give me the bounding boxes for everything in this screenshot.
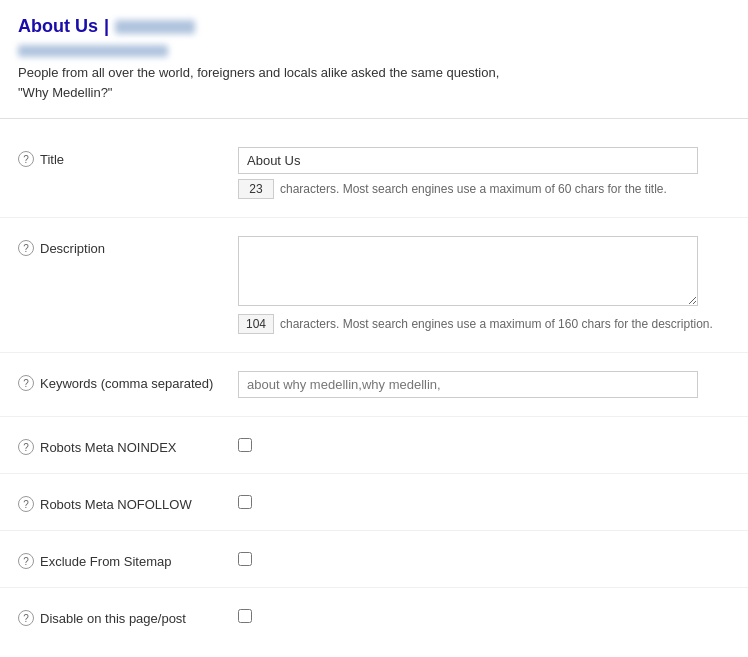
- disable-row: ? Disable on this page/post: [0, 588, 748, 644]
- description-label-col: ? Description: [18, 236, 238, 256]
- title-label: Title: [40, 152, 64, 167]
- preview-section: About Us | People from all over the worl…: [0, 0, 748, 119]
- description-row: ? Description 104 characters. Most searc…: [0, 218, 748, 353]
- keywords-help-icon[interactable]: ?: [18, 375, 34, 391]
- disable-help-icon[interactable]: ?: [18, 610, 34, 626]
- noindex-checkbox[interactable]: [238, 438, 252, 452]
- title-char-count-row: 23 characters. Most search engines use a…: [238, 179, 730, 199]
- keywords-label-col: ? Keywords (comma separated): [18, 371, 238, 391]
- noindex-label: Robots Meta NOINDEX: [40, 440, 177, 455]
- description-char-count: 104: [238, 314, 274, 334]
- noindex-input-col: [238, 435, 730, 455]
- title-input[interactable]: [238, 147, 698, 174]
- title-help-icon[interactable]: ?: [18, 151, 34, 167]
- disable-checkbox[interactable]: [238, 609, 252, 623]
- preview-separator: |: [104, 16, 109, 37]
- keywords-input-col: [238, 371, 730, 398]
- description-help-icon[interactable]: ?: [18, 240, 34, 256]
- noindex-label-col: ? Robots Meta NOINDEX: [18, 435, 238, 455]
- keywords-label: Keywords (comma separated): [40, 376, 213, 391]
- title-char-count: 23: [238, 179, 274, 199]
- disable-input-col: [238, 606, 730, 626]
- exclude-sitemap-label: Exclude From Sitemap: [40, 554, 172, 569]
- nofollow-help-icon[interactable]: ?: [18, 496, 34, 512]
- exclude-sitemap-row: ? Exclude From Sitemap: [0, 531, 748, 588]
- form-section: ? Title 23 characters. Most search engin…: [0, 119, 748, 654]
- title-input-col: 23 characters. Most search engines use a…: [238, 147, 730, 199]
- disable-label-col: ? Disable on this page/post: [18, 606, 238, 626]
- title-label-col: ? Title: [18, 147, 238, 167]
- nofollow-label: Robots Meta NOFOLLOW: [40, 497, 192, 512]
- keywords-input[interactable]: [238, 371, 698, 398]
- description-label: Description: [40, 241, 105, 256]
- title-row: ? Title 23 characters. Most search engin…: [0, 129, 748, 218]
- title-char-hint: characters. Most search engines use a ma…: [280, 182, 667, 196]
- description-char-count-row: 104 characters. Most search engines use …: [238, 314, 730, 334]
- nofollow-checkbox[interactable]: [238, 495, 252, 509]
- preview-title[interactable]: About Us: [18, 16, 98, 37]
- nofollow-input-col: [238, 492, 730, 512]
- keywords-row: ? Keywords (comma separated): [0, 353, 748, 417]
- preview-title-row: About Us |: [18, 16, 730, 37]
- description-textarea[interactable]: [238, 236, 698, 306]
- noindex-row: ? Robots Meta NOINDEX: [0, 417, 748, 474]
- nofollow-label-col: ? Robots Meta NOFOLLOW: [18, 492, 238, 512]
- exclude-sitemap-label-col: ? Exclude From Sitemap: [18, 549, 238, 569]
- exclude-sitemap-checkbox[interactable]: [238, 552, 252, 566]
- exclude-sitemap-input-col: [238, 549, 730, 569]
- preview-description: People from all over the world, foreigne…: [18, 63, 518, 102]
- disable-label: Disable on this page/post: [40, 611, 186, 626]
- exclude-sitemap-help-icon[interactable]: ?: [18, 553, 34, 569]
- preview-blurred-title-extra: [115, 20, 195, 34]
- description-char-hint: characters. Most search engines use a ma…: [280, 317, 713, 331]
- nofollow-row: ? Robots Meta NOFOLLOW: [0, 474, 748, 531]
- noindex-help-icon[interactable]: ?: [18, 439, 34, 455]
- preview-blurred-url: [18, 45, 168, 57]
- description-input-col: 104 characters. Most search engines use …: [238, 236, 730, 334]
